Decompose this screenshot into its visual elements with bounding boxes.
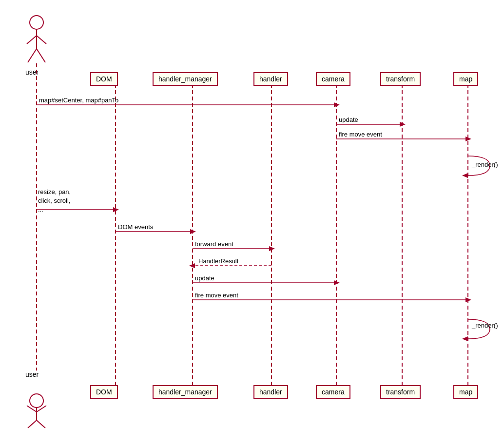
svg-line-36: [37, 406, 46, 412]
svg-marker-17: [190, 229, 196, 234]
svg-line-38: [37, 420, 45, 428]
svg-marker-21: [189, 263, 195, 268]
actor-box-dom-bottom: DOM: [90, 385, 118, 399]
msg2-label: update: [339, 116, 358, 123]
msg1-label: map#setCenter, map#panTo: [39, 97, 118, 104]
svg-marker-19: [269, 246, 275, 251]
svg-marker-13: [462, 173, 468, 178]
actor-box-transform: transform: [380, 72, 421, 86]
user-bottom-label: user: [25, 370, 39, 378]
svg-line-29: [27, 36, 37, 44]
actor-box-dom: DOM: [90, 72, 118, 86]
svg-line-32: [37, 49, 45, 62]
actor-box-camera: camera: [316, 72, 350, 86]
msg6-label: DOM events: [118, 223, 153, 231]
msg9-label: update: [195, 274, 214, 282]
user-top-label: user: [25, 68, 39, 76]
svg-point-27: [30, 16, 43, 29]
user-top-figure: [23, 14, 50, 67]
svg-marker-15: [113, 207, 119, 212]
msg3-label: fire move event: [339, 131, 382, 138]
actor-box-transform-bottom: transform: [380, 385, 421, 399]
svg-marker-12: [465, 136, 471, 141]
svg-marker-23: [334, 280, 340, 285]
svg-point-33: [30, 394, 43, 408]
svg-marker-8: [334, 102, 340, 107]
sequence-diagram: user DOM handler_manager handler camera …: [0, 0, 504, 429]
actor-box-handler-manager: handler_manager: [153, 72, 218, 86]
msg5-label: resize, pan,click, scroll,...: [38, 188, 71, 214]
svg-line-31: [28, 49, 37, 62]
arrows-svg: [0, 0, 504, 429]
svg-line-37: [28, 420, 37, 428]
actor-box-handler-manager-bottom: handler_manager: [153, 385, 218, 399]
actor-box-camera-bottom: camera: [316, 385, 350, 399]
msg11-label: _render(): [472, 322, 498, 329]
actor-box-handler-bottom: handler: [253, 385, 288, 399]
actor-box-handler: handler: [253, 72, 288, 86]
actor-box-map: map: [453, 72, 478, 86]
msg7-label: forward event: [195, 240, 233, 248]
svg-marker-25: [465, 297, 471, 302]
svg-marker-10: [400, 122, 406, 127]
msg10-label: fire move event: [195, 292, 238, 299]
msg8-label: HandlerResult: [198, 257, 238, 265]
svg-line-30: [37, 36, 46, 44]
msg4-label: _render(): [472, 161, 498, 168]
svg-line-35: [27, 406, 37, 412]
svg-marker-26: [462, 336, 468, 341]
actor-box-map-bottom: map: [453, 385, 478, 399]
user-bottom-figure: [23, 375, 50, 429]
